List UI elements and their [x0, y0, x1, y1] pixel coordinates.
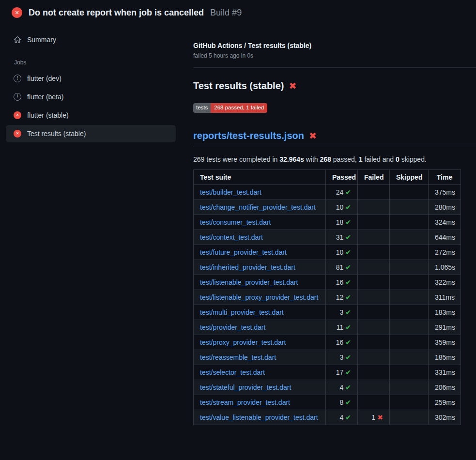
sidebar-job-item[interactable]: ✕ Test results (stable): [6, 125, 176, 142]
time-cell: 291ms: [429, 320, 461, 335]
column-header: Test suite: [194, 169, 326, 184]
page-header: ✕ Do not create report when job is cance…: [0, 0, 476, 24]
time-cell: 272ms: [429, 245, 461, 260]
failed-cell: [358, 215, 390, 230]
suite-link[interactable]: test/change_notifier_provider_test.dart: [200, 203, 316, 211]
failed-cell: [358, 184, 390, 199]
jobs-section-label: Jobs: [14, 59, 176, 66]
summary-duration: 32.964s: [279, 155, 304, 163]
failed-cell: [358, 335, 390, 350]
passed-cell: 16✔: [326, 335, 358, 350]
check-icon: ✔: [345, 414, 351, 421]
summary-text: 269 tests were completed in: [193, 155, 279, 163]
passed-cell: 31✔: [326, 230, 358, 245]
time-cell: 375ms: [429, 184, 461, 199]
passed-count: 18: [336, 218, 344, 226]
column-header: Passed: [326, 169, 358, 184]
table-row: test/selector_test.dart 17✔ 331ms: [194, 365, 461, 380]
suite-link[interactable]: test/listenable_provider_test.dart: [200, 278, 298, 286]
sidebar-job-item[interactable]: ! flutter (dev): [6, 70, 176, 87]
suite-link[interactable]: test/inherited_provider_test.dart: [200, 263, 295, 271]
time-cell: 322ms: [429, 275, 461, 290]
check-icon: ✔: [345, 203, 351, 211]
passed-count: 11: [337, 323, 344, 331]
failed-cell: [358, 305, 390, 320]
sidebar-item-summary[interactable]: Summary: [6, 31, 176, 48]
job-label: flutter (dev): [27, 75, 61, 82]
suite-link[interactable]: test/builder_test.dart: [200, 188, 261, 196]
suite-link[interactable]: test/stateful_provider_test.dart: [200, 383, 291, 391]
passed-count: 24: [336, 188, 344, 196]
suite-link[interactable]: test/future_provider_test.dart: [200, 248, 287, 256]
header-row: Test suitePassedFailedSkippedTime: [194, 169, 461, 184]
report-file-link[interactable]: reports/test-results.json: [193, 130, 304, 141]
check-icon: ✔: [345, 368, 351, 376]
breadcrumb: GitHub Actions / Test results (stable): [193, 42, 476, 49]
passed-count: 16: [336, 338, 344, 346]
sidebar-job-item[interactable]: ✕ flutter (stable): [6, 107, 176, 124]
passed-cell: 4✔: [326, 410, 358, 425]
suite-link[interactable]: test/selector_test.dart: [200, 368, 265, 376]
passed-count: 4: [339, 383, 343, 391]
table-row: test/change_notifier_provider_test.dart …: [194, 199, 461, 215]
results-table: Test suitePassedFailedSkippedTime test/b…: [193, 169, 461, 425]
summary-text: with: [304, 155, 320, 163]
failed-cell: [358, 260, 390, 275]
passed-count: 81: [336, 263, 344, 271]
table-row: test/context_test.dart 31✔ 644ms: [194, 230, 461, 245]
skipped-cell: [390, 245, 429, 260]
badge-label: tests: [193, 103, 211, 113]
passed-count: 4: [339, 414, 343, 421]
suite-link[interactable]: test/multi_provider_test.dart: [200, 308, 284, 316]
suite-link[interactable]: test/listenable_proxy_provider_test.dart: [200, 293, 318, 301]
summary-passed: 268: [320, 155, 331, 163]
suite-link[interactable]: test/proxy_provider_test.dart: [200, 338, 286, 346]
failed-cell: [358, 275, 390, 290]
job-label: flutter (beta): [27, 93, 63, 101]
time-cell: 1.065s: [429, 260, 461, 275]
table-row: test/listenable_proxy_provider_test.dart…: [194, 290, 461, 305]
sidebar-summary-label: Summary: [27, 36, 56, 44]
skipped-cell: [390, 230, 429, 245]
passed-cell: 81✔: [326, 260, 358, 275]
suite-link[interactable]: test/provider_test.dart: [200, 323, 265, 331]
table-row: test/listenable_provider_test.dart 16✔ 3…: [194, 275, 461, 290]
skipped-cell: [390, 305, 429, 320]
passed-count: 10: [336, 248, 344, 256]
skipped-cell: [390, 215, 429, 230]
passed-cell: 10✔: [326, 245, 358, 260]
passed-cell: 3✔: [326, 305, 358, 320]
skipped-cell: [390, 365, 429, 380]
failed-cell: [358, 290, 390, 305]
check-icon: ✔: [345, 233, 351, 241]
suite-link[interactable]: test/consumer_test.dart: [200, 218, 271, 226]
section-title: Test results (stable): [193, 80, 284, 92]
passed-cell: 4✔: [326, 380, 358, 395]
badge-value: 268 passed, 1 failed: [211, 103, 267, 113]
check-icon: ✔: [345, 248, 351, 256]
passed-count: 3: [339, 308, 343, 316]
suite-link[interactable]: test/context_test.dart: [200, 233, 263, 241]
suite-link[interactable]: test/stream_provider_test.dart: [200, 399, 290, 406]
summary-text: failed and: [363, 155, 396, 163]
results-table-head: Test suitePassedFailedSkippedTime: [194, 169, 461, 184]
suite-link[interactable]: test/reassemble_test.dart: [200, 353, 276, 361]
sidebar-job-item[interactable]: ! flutter (beta): [6, 88, 176, 106]
passed-count: 3: [339, 353, 343, 361]
page-title: Do not create report when job is cancell…: [29, 8, 204, 18]
passed-count: 17: [336, 368, 344, 376]
passed-cell: 11✔: [326, 320, 358, 335]
passed-count: 10: [336, 203, 344, 211]
column-header: Failed: [358, 169, 390, 184]
time-cell: 311ms: [429, 290, 461, 305]
failed-cell: [358, 199, 390, 215]
time-cell: 359ms: [429, 335, 461, 350]
skipped-cell: [390, 350, 429, 365]
failed-cell: [358, 350, 390, 365]
failed-cell: [358, 380, 390, 395]
skipped-cell: [390, 184, 429, 199]
passed-cell: 17✔: [326, 365, 358, 380]
section-heading: Test results (stable) ✖: [193, 80, 476, 92]
suite-link[interactable]: test/value_listenable_provider_test.dart: [200, 414, 318, 421]
summary-sentence: 269 tests were completed in 32.964s with…: [193, 155, 476, 163]
